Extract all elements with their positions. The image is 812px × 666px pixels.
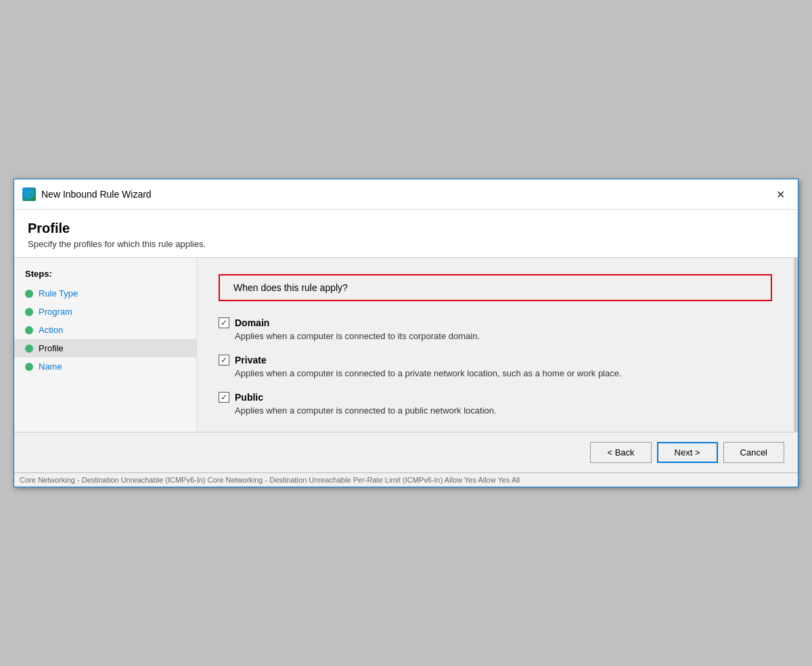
options-group: Domain Applies when a computer is connec… [219, 317, 772, 416]
sidebar-item-profile[interactable]: Profile [14, 339, 196, 357]
option-domain: Domain Applies when a computer is connec… [219, 317, 772, 341]
option-domain-desc: Applies when a computer is connected to … [235, 331, 772, 341]
steps-sidebar: Steps: Rule Type Program Action Profile … [14, 258, 197, 432]
taskbar-hint: Core Networking - Destination Unreachabl… [14, 472, 798, 487]
option-public-title: Public [235, 392, 263, 403]
sidebar-item-label-action: Action [39, 325, 63, 335]
scrollbar[interactable] [794, 258, 798, 432]
checkbox-public[interactable] [219, 392, 229, 403]
option-public-header: Public [219, 392, 772, 403]
step-dot-action [25, 326, 33, 334]
window-icon: 🌐 [22, 187, 36, 201]
option-domain-title: Domain [235, 317, 269, 328]
back-button[interactable]: < Back [590, 442, 651, 463]
content-area: Steps: Rule Type Program Action Profile … [14, 258, 798, 432]
sidebar-item-rule-type[interactable]: Rule Type [14, 284, 196, 303]
main-panel: When does this rule apply? Domain Applie… [197, 258, 794, 432]
checkbox-private[interactable] [219, 355, 229, 365]
step-dot-profile [25, 345, 33, 353]
sidebar-item-action[interactable]: Action [14, 321, 196, 339]
page-title: Profile [28, 221, 784, 236]
option-private: Private Applies when a computer is conne… [219, 355, 772, 378]
window-title: New Inbound Rule Wizard [41, 189, 152, 200]
title-bar-left: 🌐 New Inbound Rule Wizard [22, 187, 152, 201]
step-dot-rule-type [25, 290, 33, 298]
sidebar-item-label-name: Name [39, 361, 62, 372]
cancel-button[interactable]: Cancel [723, 442, 784, 463]
checkbox-domain[interactable] [219, 317, 229, 328]
next-button[interactable]: Next > [657, 442, 718, 463]
sidebar-item-label-program: Program [39, 307, 72, 317]
step-dot-name [25, 363, 33, 371]
question-box: When does this rule apply? [219, 274, 772, 301]
header-section: Profile Specify the profiles for which t… [14, 210, 798, 258]
sidebar-item-name[interactable]: Name [14, 357, 196, 376]
steps-label: Steps: [14, 269, 196, 284]
step-dot-program [25, 308, 33, 316]
sidebar-item-program[interactable]: Program [14, 303, 196, 321]
option-public: Public Applies when a computer is connec… [219, 392, 772, 416]
option-public-desc: Applies when a computer is connected to … [235, 405, 772, 416]
option-private-desc: Applies when a computer is connected to … [235, 368, 772, 378]
option-private-title: Private [235, 355, 267, 365]
sidebar-item-label-profile: Profile [39, 343, 64, 353]
page-subtitle: Specify the profiles for which this rule… [28, 239, 784, 249]
wizard-window: 🌐 New Inbound Rule Wizard ✕ Profile Spec… [14, 179, 798, 487]
question-text: When does this rule apply? [233, 282, 348, 293]
sidebar-item-label-rule-type: Rule Type [39, 288, 78, 298]
close-button[interactable]: ✕ [771, 185, 790, 204]
option-domain-header: Domain [219, 317, 772, 328]
title-bar: 🌐 New Inbound Rule Wizard ✕ [14, 179, 798, 210]
footer: < Back Next > Cancel [14, 432, 798, 472]
option-private-header: Private [219, 355, 772, 365]
